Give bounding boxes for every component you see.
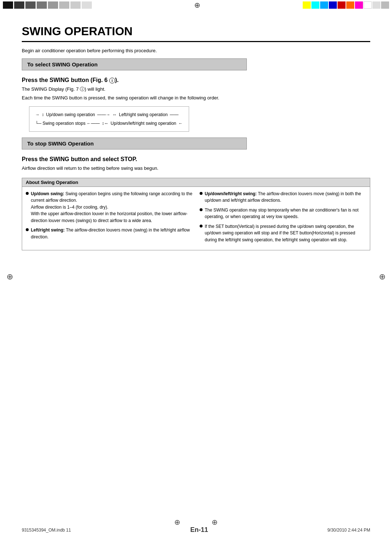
bottom-reg-icon-left: ⊕ (174, 518, 180, 526)
color-swatches-right (300, 0, 392, 10)
intro-text: Begin air conditioner operation before p… (22, 48, 370, 53)
swatch-6 (59, 1, 69, 9)
diagram-arrow-start: → (35, 110, 40, 119)
swatch-1 (3, 1, 13, 9)
diagram-arrow-end2: ← (179, 119, 183, 128)
stop-section: To stop SWING Operation Press the SWING … (22, 138, 370, 172)
about-bullet1-text: Up/down swing: Swing operation begins us… (31, 190, 192, 224)
swatch-gray (381, 1, 389, 9)
about-bullet3: Up/down/left/right swing: The airflow-di… (200, 190, 366, 204)
swatch-7 (70, 1, 81, 9)
about-bullet2: Left/right swing: The airflow-direction … (26, 227, 192, 240)
swatch-lightblue (320, 1, 328, 9)
select-line1: The SWING Display (Fig. 7 ⓘ) will light. (22, 86, 370, 93)
diagram-arrow-mid: ——→ (97, 110, 110, 119)
page-content: SWING OPERATION Begin air conditioner op… (0, 10, 392, 272)
swatch-5 (48, 1, 58, 9)
about-bullet2-text: Left/right swing: The airflow-direction … (31, 227, 192, 240)
about-box-content: Up/down swing: Swing operation begins us… (22, 187, 370, 250)
diagram-arrow-end1: —— (170, 110, 179, 119)
diagram-box: → ↕ Up/down swing operation ——→ ↔ Left/r… (29, 106, 189, 132)
reg-mark-left-icon: ⊕ (7, 272, 13, 281)
swatch-yellow (303, 1, 311, 9)
stop-line1: Airflow direction will return to the set… (22, 165, 370, 172)
diagram-leftright-icon: ↔ (113, 110, 117, 119)
page-number: En-11 (190, 526, 208, 534)
swatch-2 (14, 1, 24, 9)
page-title: SWING OPERATION (22, 25, 370, 42)
top-color-bar: ⊕ (0, 0, 392, 10)
about-bullet3-text: Up/down/left/right swing: The airflow-di… (205, 190, 366, 204)
diagram-row2: └─ Swing operation stops ←—— ↕↔ Up/down/… (35, 119, 183, 128)
bullet-circle-1 (26, 192, 29, 195)
top-bar-center-mark: ⊕ (95, 0, 300, 10)
swatch-blue (329, 1, 337, 9)
reg-mark-left: ⊕ (7, 272, 13, 282)
about-bullet1: Up/down swing: Swing operation begins us… (26, 190, 192, 224)
stop-subsection-title: Press the SWING button and select STOP. (22, 156, 370, 163)
bottom-reg-mark-right: ⊕ (212, 518, 218, 526)
select-section-header: To select SWING Operation (22, 58, 247, 70)
about-bullet4-text: The SWING operation may stop temporarily… (205, 207, 366, 220)
fig-icon: i (109, 78, 115, 83)
about-bullet4: The SWING operation may stop temporarily… (200, 207, 366, 220)
about-col-right: Up/down/left/right swing: The airflow-di… (200, 190, 366, 246)
about-box: About Swing Operation Up/down swing: Swi… (22, 178, 370, 250)
bullet-circle-2 (26, 228, 29, 231)
stop-section-header: To stop SWING Operation (22, 138, 247, 149)
select-line2: Each time the SWING button is pressed, t… (22, 94, 370, 102)
diagram-stop-label: └─ Swing operation stops ←—— (35, 119, 100, 128)
about-box-title: About Swing Operation (22, 178, 370, 187)
reg-mark-right: ⊕ (379, 272, 385, 282)
diagram-combo-icon: ↕↔ (102, 119, 109, 128)
swatch-white (364, 1, 372, 9)
bullet-circle-5 (200, 225, 203, 228)
footer-timestamp: 9/30/2010 2:44:24 PM (327, 528, 370, 533)
diagram-leftright-label: Left/right swing operation (119, 110, 168, 119)
swatch-lightgray (372, 1, 380, 9)
page-footer: 9315345394_OM.indb 11 En-11 9/30/2010 2:… (0, 526, 392, 534)
swing-diagram: → ↕ Up/down swing operation ——→ ↔ Left/r… (29, 106, 370, 132)
swatch-magenta (355, 1, 363, 9)
compass-icon: ⊕ (194, 1, 200, 9)
bottom-reg-mark-left: ⊕ (174, 518, 180, 526)
diagram-combo-label: Up/down/left/right swing operation (111, 119, 176, 128)
swatch-3 (25, 1, 36, 9)
about-bullet5-text: If the SET button(Vertical) is pressed d… (205, 223, 366, 243)
swatch-red (338, 1, 346, 9)
bottom-reg-icon-right: ⊕ (212, 518, 218, 526)
swatch-8 (82, 1, 92, 9)
swatch-orange (346, 1, 354, 9)
about-col-left: Up/down swing: Swing operation begins us… (26, 190, 192, 246)
bullet-circle-3 (200, 192, 203, 195)
about-bullet5: If the SET button(Vertical) is pressed d… (200, 223, 366, 243)
footer-file-info: 9315345394_OM.indb 11 (22, 528, 71, 533)
swatch-4 (37, 1, 47, 9)
diagram-updown-icon: ↕ (42, 110, 44, 119)
swatch-cyan (311, 1, 319, 9)
select-section: To select SWING Operation Press the SWIN… (22, 58, 370, 132)
color-swatches-left (0, 0, 95, 10)
select-subsection-title: Press the SWING button (Fig. 6 i). (22, 77, 370, 83)
diagram-updown-label: Up/down swing operation (46, 110, 95, 119)
reg-mark-right-icon: ⊕ (379, 272, 385, 281)
bullet-circle-4 (200, 208, 203, 211)
diagram-row1: → ↕ Up/down swing operation ——→ ↔ Left/r… (35, 110, 183, 119)
